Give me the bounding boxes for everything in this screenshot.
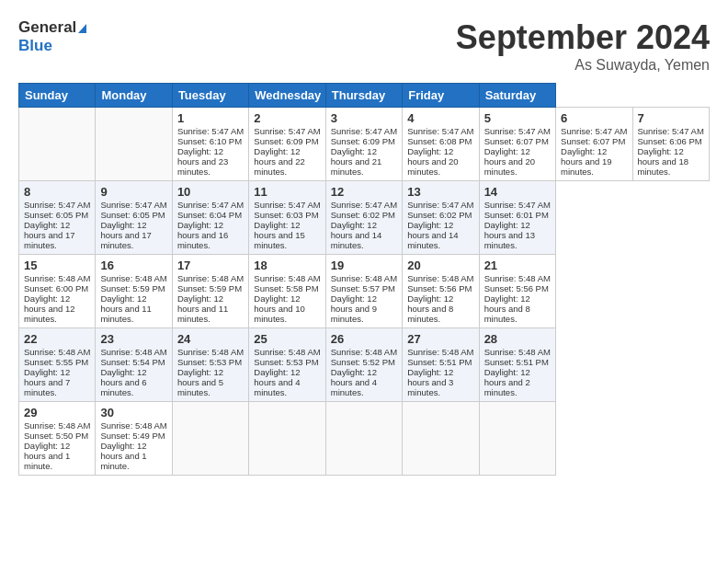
week-row-2: 8 Sunrise: 5:47 AM Sunset: 6:05 PM Dayli… [19,181,710,255]
sunrise-label: Sunrise: 5:48 AM [331,347,397,357]
daylight-label: Daylight: 12 hours and 15 minutes. [254,220,304,250]
sunset-label: Sunset: 6:06 PM [638,136,702,146]
sunrise-label: Sunrise: 5:48 AM [177,273,244,283]
day-cell: 10 Sunrise: 5:47 AM Sunset: 6:04 PM Dayl… [172,181,248,255]
sunset-label: Sunset: 6:03 PM [254,210,318,220]
day-number: 9 [100,185,166,199]
daylight-label: Daylight: 12 hours and 22 minutes. [254,146,304,177]
sunrise-label: Sunrise: 5:47 AM [177,200,244,210]
sunset-label: Sunset: 6:09 PM [331,136,395,146]
sunset-label: Sunset: 6:10 PM [177,136,242,146]
sunrise-label: Sunrise: 5:47 AM [331,200,397,210]
month-title: September 2024 [456,18,710,57]
col-header-monday: Monday [96,84,172,108]
daylight-label: Daylight: 12 hours and 20 minutes. [407,146,458,177]
sunset-label: Sunset: 6:01 PM [484,210,549,220]
sunset-label: Sunset: 5:55 PM [24,357,88,367]
daylight-label: Daylight: 12 hours and 4 minutes. [254,367,300,397]
day-cell [325,402,402,476]
sunset-label: Sunset: 5:53 PM [254,357,318,367]
day-cell: 28 Sunrise: 5:48 AM Sunset: 5:51 PM Dayl… [479,328,555,402]
sunrise-label: Sunrise: 5:48 AM [24,420,90,431]
col-header-wednesday: Wednesday [249,84,325,108]
day-number: 12 [331,185,397,199]
day-number: 8 [24,185,90,199]
day-cell [96,108,172,181]
sunrise-label: Sunrise: 5:48 AM [177,347,244,357]
day-number: 16 [100,259,166,272]
daylight-label: Daylight: 12 hours and 17 minutes. [24,220,74,250]
col-header-friday: Friday [403,84,479,108]
page: General Blue September 2024 As Suwayda, … [0,0,728,563]
day-number: 6 [561,111,627,125]
daylight-label: Daylight: 12 hours and 2 minutes. [484,367,530,397]
sunset-label: Sunset: 5:57 PM [331,283,395,293]
day-cell [403,402,479,476]
day-cell: 17 Sunrise: 5:48 AM Sunset: 5:59 PM Dayl… [172,255,248,328]
sunset-label: Sunset: 5:53 PM [177,357,242,367]
sunset-label: Sunset: 5:59 PM [100,283,165,293]
daylight-label: Daylight: 12 hours and 10 minutes. [254,293,304,324]
day-number: 25 [254,332,320,346]
day-cell: 30 Sunrise: 5:48 AM Sunset: 5:49 PM Dayl… [96,402,172,476]
day-cell: 26 Sunrise: 5:48 AM Sunset: 5:52 PM Dayl… [325,328,402,402]
sunrise-label: Sunrise: 5:47 AM [484,126,551,136]
day-cell: 27 Sunrise: 5:48 AM Sunset: 5:51 PM Dayl… [403,328,479,402]
sunrise-label: Sunrise: 5:48 AM [484,273,551,283]
day-number: 15 [24,259,90,272]
day-number: 22 [24,332,90,346]
daylight-label: Daylight: 12 hours and 19 minutes. [561,146,611,177]
sunrise-label: Sunrise: 5:48 AM [484,347,551,357]
day-cell: 25 Sunrise: 5:48 AM Sunset: 5:53 PM Dayl… [249,328,325,402]
daylight-label: Daylight: 12 hours and 3 minutes. [407,367,453,397]
daylight-label: Daylight: 12 hours and 21 minutes. [331,146,381,177]
day-number: 1 [177,111,244,125]
day-cell: 4 Sunrise: 5:47 AM Sunset: 6:08 PM Dayli… [403,108,479,181]
sunset-label: Sunset: 6:07 PM [484,136,549,146]
day-cell: 20 Sunrise: 5:48 AM Sunset: 5:56 PM Dayl… [403,255,479,328]
day-cell: 2 Sunrise: 5:47 AM Sunset: 6:09 PM Dayli… [249,108,325,181]
daylight-label: Daylight: 12 hours and 14 minutes. [331,220,381,250]
sunset-label: Sunset: 6:08 PM [407,136,472,146]
sunset-label: Sunset: 5:49 PM [100,431,165,441]
daylight-label: Daylight: 12 hours and 5 minutes. [177,367,223,397]
sunrise-label: Sunrise: 5:47 AM [254,200,320,210]
sunset-label: Sunset: 5:51 PM [484,357,549,367]
day-number: 18 [254,259,320,272]
day-number: 7 [638,111,705,125]
sunrise-label: Sunrise: 5:47 AM [24,200,90,210]
sunset-label: Sunset: 6:00 PM [24,283,88,293]
day-cell: 6 Sunrise: 5:47 AM Sunset: 6:07 PM Dayli… [556,108,632,181]
sunrise-label: Sunrise: 5:48 AM [331,273,397,283]
day-cell: 29 Sunrise: 5:48 AM Sunset: 5:50 PM Dayl… [19,402,96,476]
week-row-4: 22 Sunrise: 5:48 AM Sunset: 5:55 PM Dayl… [19,328,710,402]
day-number: 28 [484,332,551,346]
daylight-label: Daylight: 12 hours and 4 minutes. [331,367,377,397]
daylight-label: Daylight: 12 hours and 20 minutes. [484,146,535,177]
sunset-label: Sunset: 6:05 PM [24,210,88,220]
sunset-label: Sunset: 5:59 PM [177,283,242,293]
daylight-label: Daylight: 12 hours and 8 minutes. [484,293,530,324]
sunrise-label: Sunrise: 5:48 AM [407,347,473,357]
day-cell: 23 Sunrise: 5:48 AM Sunset: 5:54 PM Dayl… [96,328,172,402]
day-cell: 13 Sunrise: 5:47 AM Sunset: 6:02 PM Dayl… [403,181,479,255]
daylight-label: Daylight: 12 hours and 18 minutes. [638,146,688,177]
daylight-label: Daylight: 12 hours and 7 minutes. [24,367,70,397]
sunset-label: Sunset: 5:56 PM [407,283,472,293]
daylight-label: Daylight: 12 hours and 8 minutes. [407,293,453,324]
day-number: 3 [331,111,397,125]
sunset-label: Sunset: 5:58 PM [254,283,318,293]
sunrise-label: Sunrise: 5:48 AM [24,347,90,357]
logo: General Blue [18,18,86,54]
col-header-tuesday: Tuesday [172,84,248,108]
sunrise-label: Sunrise: 5:48 AM [24,273,90,283]
sunset-label: Sunset: 5:51 PM [407,357,472,367]
sunrise-label: Sunrise: 5:48 AM [100,420,166,431]
daylight-label: Daylight: 12 hours and 16 minutes. [177,220,228,250]
week-row-3: 15 Sunrise: 5:48 AM Sunset: 6:00 PM Dayl… [19,255,710,328]
day-cell: 7 Sunrise: 5:47 AM Sunset: 6:06 PM Dayli… [632,108,710,181]
sunrise-label: Sunrise: 5:48 AM [407,273,473,283]
sunrise-label: Sunrise: 5:47 AM [407,200,473,210]
day-cell: 1 Sunrise: 5:47 AM Sunset: 6:10 PM Dayli… [172,108,248,181]
daylight-label: Daylight: 12 hours and 14 minutes. [407,220,458,250]
